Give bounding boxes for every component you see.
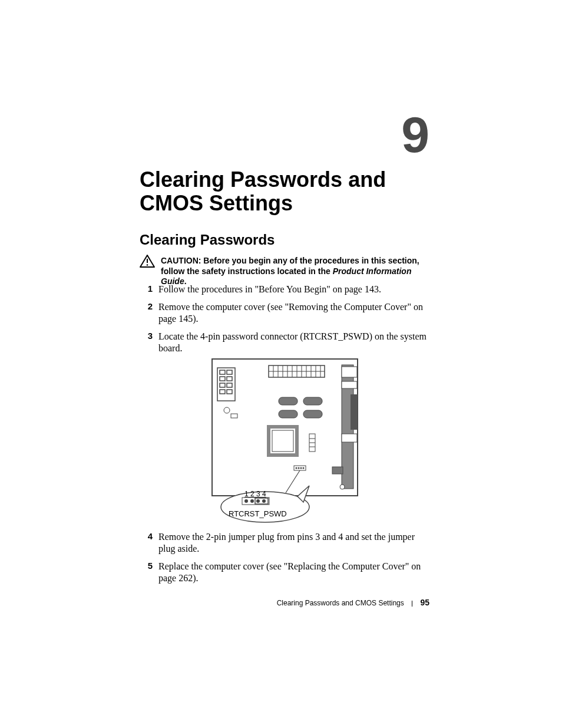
step-number: 2 <box>140 301 153 312</box>
step-text: Locate the 4-pin password connector (RTC… <box>158 331 427 353</box>
svg-rect-30 <box>342 381 357 388</box>
section-title: Clearing Passwords <box>140 232 275 248</box>
step-number: 4 <box>140 531 153 542</box>
svg-rect-31 <box>351 394 358 430</box>
step-number: 3 <box>140 331 153 342</box>
chapter-number: 9 <box>401 109 429 160</box>
svg-rect-35 <box>279 410 297 418</box>
step-text: Replace the computer cover (see "Replaci… <box>158 561 421 583</box>
svg-point-50 <box>340 485 345 489</box>
system-board-figure: 1 2 3 4 RTCRST_PSWD <box>209 356 363 523</box>
svg-rect-33 <box>279 397 297 405</box>
footer-section: Clearing Passwords and CMOS Settings <box>277 599 404 607</box>
step-number: 5 <box>140 561 153 572</box>
step-text: Follow the procedures in "Before You Beg… <box>158 284 381 294</box>
caution-icon <box>140 255 155 268</box>
steps-first: 1 Follow the procedures in "Before You B… <box>140 284 429 360</box>
caution-label: CAUTION: <box>161 256 201 265</box>
svg-rect-39 <box>272 430 293 452</box>
footer-page-number: 95 <box>420 598 429 607</box>
page-footer: Clearing Passwords and CMOS Settings 95 <box>277 598 429 607</box>
chapter-title: Clearing Passwords and CMOS Settings <box>140 168 429 215</box>
footer-separator <box>412 601 412 607</box>
caution-note: CAUTION: Before you begin any of the pro… <box>140 256 429 287</box>
svg-point-47 <box>300 467 302 469</box>
svg-point-46 <box>298 467 300 469</box>
svg-rect-29 <box>342 367 357 377</box>
svg-point-45 <box>296 467 297 469</box>
svg-rect-49 <box>332 467 343 474</box>
page: 9 Clearing Passwords and CMOS Settings C… <box>0 0 562 728</box>
step-item: 3 Locate the 4-pin password connector (R… <box>140 331 429 354</box>
step-item: 2 Remove the computer cover (see "Removi… <box>140 301 429 325</box>
step-item: 1 Follow the procedures in "Before You B… <box>140 284 429 295</box>
step-number: 1 <box>140 284 153 295</box>
step-text: Remove the computer cover (see "Removing… <box>158 302 423 324</box>
svg-rect-36 <box>303 410 322 418</box>
svg-point-57 <box>262 499 266 503</box>
svg-rect-34 <box>303 397 322 405</box>
steps-second: 4 Remove the 2-pin jumper plug from pins… <box>140 531 429 590</box>
svg-point-56 <box>256 499 260 503</box>
svg-point-54 <box>244 499 248 503</box>
step-text: Remove the 2-pin jumper plug from pins 3… <box>158 532 415 554</box>
svg-point-2 <box>147 264 148 266</box>
step-item: 5 Replace the computer cover (see "Repla… <box>140 561 429 584</box>
svg-point-48 <box>303 467 305 469</box>
svg-rect-32 <box>342 434 357 442</box>
step-item: 4 Remove the 2-pin jumper plug from pins… <box>140 531 429 555</box>
svg-point-55 <box>250 499 254 503</box>
jumper-name-label: RTCRST_PSWD <box>229 509 287 518</box>
jumper-pins-label: 1 2 3 4 <box>244 490 266 498</box>
